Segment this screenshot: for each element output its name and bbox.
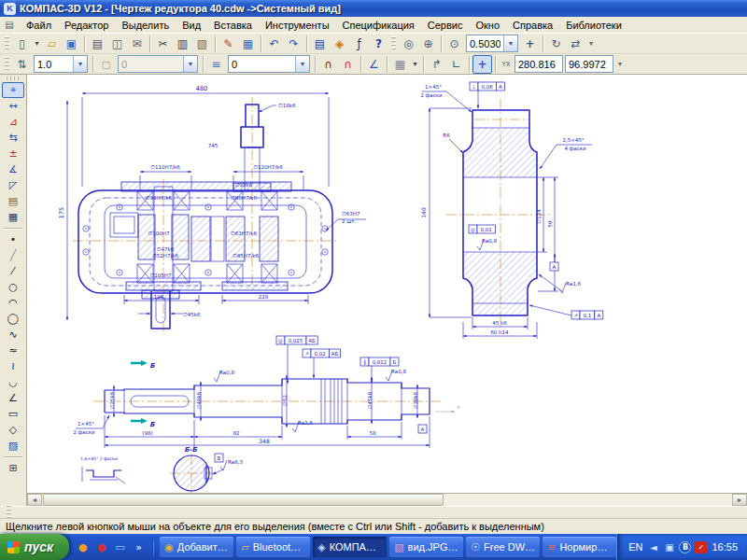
keyway-detail-view[interactable] [82,467,125,483]
previous-doc-icon[interactable]: ◻ [96,55,116,74]
drawing-canvas[interactable]: 480175745∅18k6∅110H7/k6∅120H7/k6∅90H7/k6… [27,75,747,493]
editing-panel-button[interactable]: ⇆ [2,130,24,146]
network-icon[interactable]: ▣ [663,541,675,553]
ellipse-tool[interactable]: ◯ [2,311,24,327]
scroll-right-button[interactable]: ▸ [732,494,747,506]
antivirus-icon[interactable]: ✓ [695,541,707,553]
arc-tool[interactable]: ◠ [2,295,24,311]
zoom-selected-button[interactable]: ⊙ [444,35,464,53]
chevron-down-icon[interactable]: ▾ [73,56,87,72]
object-library-button[interactable]: ◈ [330,35,349,53]
polygon-tool[interactable]: ◇ [2,422,24,438]
properties-button[interactable]: ▦ [238,35,258,53]
menu-item-service[interactable]: Сервис [421,19,470,32]
angle-snap-button[interactable]: ∠ [364,55,384,74]
format-painter-button[interactable]: ✎ [218,35,238,53]
selection-panel-button[interactable]: ◸ [2,177,24,193]
context-help-button[interactable]: ? [369,35,388,53]
send-button[interactable]: ✉ [127,35,147,53]
menu-item-select[interactable]: Выделить [115,19,176,32]
quick-launch-chevron-icon[interactable]: » [131,539,147,555]
chevron-down-icon[interactable]: ▾ [503,35,517,51]
menu-item-editor[interactable]: Редактор [58,19,115,32]
toolbar-options-icon[interactable]: ▾ [614,55,626,74]
toolbar-grip[interactable] [391,36,396,51]
open-button[interactable]: ▱ [42,35,62,53]
menu-item-tools[interactable]: Инструменты [259,19,336,32]
gear-part-view[interactable] [422,91,592,339]
undo-button[interactable]: ↶ [264,35,284,53]
task-bluetooth-folder[interactable]: ▱Bluetooth-o... [236,537,310,557]
chamfer-tool[interactable]: ∠ [2,390,24,406]
zoom-combo[interactable]: ▾ [466,35,518,52]
print-preview-button[interactable]: ◫ [107,35,127,53]
designations-panel-button[interactable]: ⊿ [2,114,24,130]
rectangle-tool[interactable]: ▭ [2,406,24,422]
volume-icon[interactable]: ◄ [647,541,659,553]
layer-combo[interactable]: ▾ [228,55,310,73]
hatch-tool[interactable]: ▨ [2,438,24,454]
task-image-viewer[interactable]: ▧вид.JPG - P... [389,537,463,557]
paste-button[interactable]: ▧ [192,35,212,53]
nurbs-tool[interactable]: ∿ [2,327,24,343]
reports-panel-button[interactable]: ▦ [2,209,24,225]
zoom-frame-button[interactable]: ◎ [399,35,418,53]
fillet-tool[interactable]: ◡ [2,374,24,390]
refresh-view-button[interactable]: ↻ [546,35,566,53]
segment-tool[interactable]: ⁄ [2,263,24,279]
bluetooth-icon[interactable]: B [679,541,691,553]
pan-button[interactable]: + [520,35,540,53]
menu-item-insert[interactable]: Вставка [207,19,259,32]
quick-launch-2-icon[interactable]: ● [93,539,109,555]
scrollbar-track[interactable] [42,494,732,506]
save-button[interactable]: ▣ [62,35,81,53]
current-step-input[interactable] [35,59,73,70]
table-tool[interactable]: ⊞ [2,460,24,476]
global-snap-button[interactable]: ∩ [318,55,338,74]
local-cs-button[interactable]: ↱ [427,55,446,74]
menu-item-help[interactable]: Справка [506,19,559,32]
y-coordinate-field[interactable] [565,55,613,73]
language-indicator[interactable]: EN [628,541,642,553]
bezier-tool[interactable]: ≈ [2,343,24,358]
clock[interactable]: 16:55 [712,541,738,553]
specification-panel-button[interactable]: ▤ [2,193,24,209]
scrollbar-thumb[interactable] [43,494,444,506]
current-step-combo[interactable]: ▾ [34,55,88,73]
toolbar-grip[interactable] [5,57,9,72]
zoom-in-out-button[interactable]: ⊕ [418,35,438,53]
chevron-down-icon[interactable]: ▾ [295,56,309,72]
circle-tool[interactable]: ○ [2,279,24,295]
grid-button[interactable]: ▦ [390,55,410,74]
geometry-panel-button[interactable]: ⌖ [2,82,24,98]
task-normirov[interactable]: ≡Нормирова... [543,537,616,557]
polyline-tool[interactable]: ≀ [2,358,24,374]
horizontal-scrollbar[interactable]: ◂ ▸ [27,493,747,506]
parametrization-panel-button[interactable]: ± [2,146,24,161]
new-dropdown-icon[interactable]: ▾ [32,35,42,53]
menu-item-file[interactable]: Файл [20,19,58,32]
title-bar[interactable]: K КОМПАС-3D V12 - [Чертеж редуктора 40.c… [0,0,747,17]
toolbar-grip[interactable] [6,77,21,80]
copy-button[interactable]: ▥ [173,35,192,53]
cut-button[interactable]: ✂ [153,35,173,53]
library-manager-button[interactable]: ▤ [310,35,330,53]
task-kompas[interactable]: ◈КОМПАС-3... [313,537,387,557]
x-coordinate-field[interactable] [514,55,563,73]
new-document-button[interactable]: ▯ [12,35,32,53]
current-step-icon[interactable]: ⇅ [12,55,32,74]
rebuild-button[interactable]: ⇄ [566,35,585,53]
dimensions-panel-button[interactable]: ↔ [2,98,24,114]
coords-icon[interactable]: YX [499,55,514,74]
quick-launch-desktop-icon[interactable]: ▭ [112,539,128,555]
measurement-panel-button[interactable]: ∡ [2,161,24,177]
variables-button[interactable]: ƒ [349,35,369,53]
assembly-view[interactable] [67,93,366,332]
task-browser[interactable]: ◉Добавить |... [160,537,233,557]
point-tool[interactable]: • [2,231,24,247]
toolbar-options-icon[interactable]: ▾ [585,35,597,53]
menu-item-window[interactable]: Окно [469,19,506,32]
ortho-button[interactable]: ∟ [446,55,466,74]
redo-button[interactable]: ↷ [284,35,303,53]
zoom-input[interactable] [467,38,503,49]
